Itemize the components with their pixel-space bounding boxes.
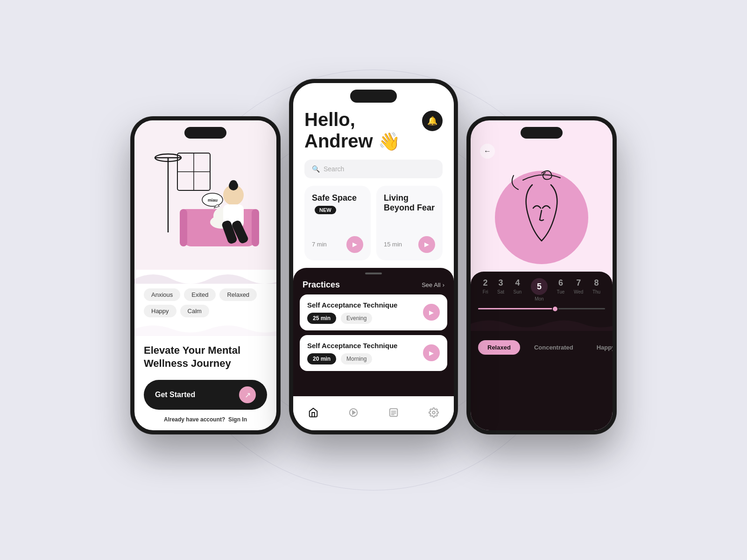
progress-dot <box>552 306 558 312</box>
mood-tag-exited[interactable]: Exited <box>184 288 216 301</box>
center-screen: Hello, Andrew 👋 🔔 🔍 Search <box>293 83 454 430</box>
card2-play-button[interactable]: ▶ <box>418 236 435 253</box>
cards-row: Safe Space NEW 7 min ▶ Living Beyond Fea… <box>293 186 454 260</box>
cal-label-thu: Thu <box>592 289 600 294</box>
practices-section: Practices See All › Self Acceptance Tech… <box>293 268 454 396</box>
illustration-svg: miau <box>140 139 271 270</box>
greeting-text: Hello, Andrew 👋 <box>304 109 400 152</box>
card1-title: Safe Space <box>312 193 357 203</box>
cal-num-7: 7 <box>576 278 581 288</box>
search-bar[interactable]: 🔍 Search <box>304 160 443 178</box>
cal-day-8[interactable]: 8 Thu <box>592 278 600 301</box>
dynamic-island-right <box>521 127 563 139</box>
cal-label-sat: Sat <box>497 289 504 294</box>
practice2-name: Self Acceptance Technique <box>307 342 397 350</box>
svg-rect-8 <box>180 209 187 246</box>
nav-list[interactable] <box>383 402 404 423</box>
progress-fill <box>478 308 554 309</box>
practice1-time: Evening <box>341 313 372 324</box>
get-started-button[interactable]: Get Started ↗ <box>144 380 267 410</box>
practice1-layout: Self Acceptance Technique 25 min Evening… <box>307 301 440 324</box>
cal-label-fri: Fri <box>483 289 488 294</box>
card1-footer: 7 min ▶ <box>312 236 363 253</box>
practice-item-1[interactable]: Self Acceptance Technique 25 min Evening… <box>300 294 447 330</box>
card1-play-button[interactable]: ▶ <box>346 236 363 253</box>
practices-title: Practices <box>303 280 340 290</box>
cal-num-5: 5 <box>531 278 548 295</box>
practice1-meta: 25 min Evening <box>307 313 397 324</box>
practice2-play-button[interactable]: ▶ <box>423 344 440 361</box>
cal-day-5-active[interactable]: 5 Mon <box>531 278 548 301</box>
bell-icon: 🔔 <box>427 116 437 126</box>
svg-point-27 <box>432 411 435 414</box>
center-phone-screen: Hello, Andrew 👋 🔔 🔍 Search <box>293 83 454 430</box>
card2-title: Living Beyond Fear <box>384 193 435 213</box>
card-safe-space[interactable]: Safe Space NEW 7 min ▶ <box>304 186 371 260</box>
nav-home[interactable] <box>303 402 324 423</box>
svg-point-14 <box>230 180 237 188</box>
calendar-strip: 2 Fri 3 Sat 4 Sun 5 Mon <box>471 278 613 308</box>
sign-in-text: Already have account? Sign In <box>144 416 267 423</box>
cal-day-3[interactable]: 3 Sat <box>497 278 504 301</box>
back-button[interactable]: ← <box>480 144 495 159</box>
right-bottom: 2 Fri 3 Sat 4 Sun 5 Mon <box>471 272 613 430</box>
cal-num-6: 6 <box>558 278 563 288</box>
left-illustration: miau <box>134 120 276 270</box>
practice1-name: Self Acceptance Technique <box>307 301 397 309</box>
practice-item-2[interactable]: Self Acceptance Technique 20 min Morning… <box>300 335 447 371</box>
svg-rect-9 <box>252 209 259 246</box>
cal-label-tue: Tue <box>557 289 565 294</box>
svg-text:miau: miau <box>208 198 218 203</box>
wave-emoji: 👋 <box>378 132 400 151</box>
nav-settings[interactable] <box>423 402 444 423</box>
cal-day-4[interactable]: 4 Sun <box>514 278 522 301</box>
new-badge: NEW <box>315 206 336 214</box>
mood-happy[interactable]: Happy <box>587 340 613 355</box>
card-living-beyond-fear[interactable]: Living Beyond Fear 15 min ▶ <box>376 186 443 260</box>
cal-num-4: 4 <box>515 278 520 288</box>
dynamic-island-center <box>350 90 397 103</box>
see-all-button[interactable]: See All › <box>422 281 444 288</box>
svg-marker-22 <box>352 411 355 414</box>
left-headline: Elevate Your Mental Wellness Journey <box>144 344 267 371</box>
get-started-label: Get Started <box>155 391 195 399</box>
mood-tag-anxious[interactable]: Anxious <box>144 288 180 301</box>
sign-in-link[interactable]: Sign In <box>228 416 247 423</box>
practice2-time: Morning <box>341 353 372 364</box>
practice2-duration: 20 min <box>307 353 336 364</box>
phone-center: Hello, Andrew 👋 🔔 🔍 Search <box>289 79 458 434</box>
left-phone-screen: miau Anxious Exited Relaxed Happy C <box>134 120 276 430</box>
mood-tag-happy[interactable]: Happy <box>144 305 176 317</box>
wave-divider-2 <box>134 322 276 336</box>
left-content: Elevate Your Mental Wellness Journey Get… <box>134 336 276 430</box>
right-phone-screen: ← <box>471 120 613 430</box>
phone-right: ← <box>467 117 616 434</box>
cal-day-2[interactable]: 2 Fri <box>483 278 488 301</box>
cal-day-6[interactable]: 6 Tue <box>557 278 565 301</box>
wave-divider <box>134 270 276 284</box>
face-svg <box>495 166 588 269</box>
mood-relaxed[interactable]: Relaxed <box>478 340 520 355</box>
mood-concentrated[interactable]: Concentrated <box>525 340 583 355</box>
cal-label-wed: Wed <box>574 289 583 294</box>
chevron-right-icon: › <box>443 281 444 288</box>
left-screen: miau Anxious Exited Relaxed Happy C <box>134 120 276 430</box>
cal-day-7[interactable]: 7 Wed <box>574 278 583 301</box>
cal-num-2: 2 <box>483 278 488 288</box>
mood-strip: Relaxed Concentrated Happy <box>471 335 613 360</box>
phone-left: miau Anxious Exited Relaxed Happy C <box>131 117 280 434</box>
progress-bar-row <box>471 308 613 313</box>
search-icon: 🔍 <box>312 165 320 173</box>
mood-tag-calm[interactable]: Calm <box>180 305 209 317</box>
card2-duration: 15 min <box>384 241 402 248</box>
practice1-play-button[interactable]: ▶ <box>423 304 440 321</box>
practices-header: Practices See All › <box>293 274 454 294</box>
practice1-duration: 25 min <box>307 313 336 324</box>
nav-play[interactable] <box>343 402 364 423</box>
mood-tag-relaxed[interactable]: Relaxed <box>219 288 257 301</box>
card1-duration: 7 min <box>312 241 327 248</box>
cal-num-8: 8 <box>594 278 599 288</box>
notification-button[interactable]: 🔔 <box>422 111 443 131</box>
card2-footer: 15 min ▶ <box>384 236 435 253</box>
arrow-icon: ↗ <box>239 386 256 403</box>
